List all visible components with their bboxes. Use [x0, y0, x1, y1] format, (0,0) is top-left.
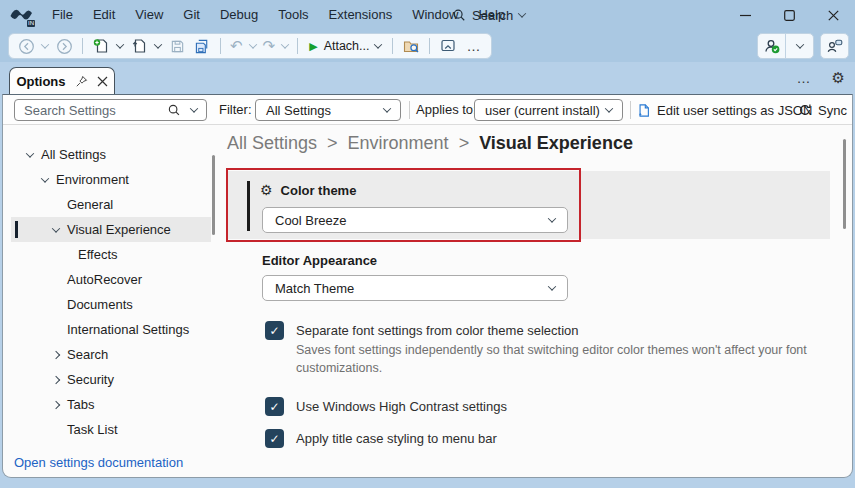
live-share-icon[interactable]	[439, 36, 457, 56]
menu-view[interactable]: View	[125, 0, 173, 30]
sidebar-item-autorecover[interactable]: AutoRecover	[11, 267, 211, 292]
applies-to-dropdown[interactable]: user (current install)	[474, 99, 623, 121]
menu-debug[interactable]: Debug	[210, 0, 268, 30]
chevron-down-icon	[548, 214, 556, 222]
applies-to-value: user (current install)	[485, 103, 600, 118]
settings-bar: Filter: All Settings Applies to: user (c…	[3, 95, 852, 125]
tree-label: Effects	[78, 247, 118, 262]
sidebar-item-documents[interactable]: Documents	[11, 292, 211, 317]
undo-icon[interactable]: ↶	[230, 36, 243, 56]
tab-bar: Options … ⚙	[0, 62, 855, 94]
tree-label: Visual Experience	[67, 222, 171, 237]
editor-appearance-dropdown[interactable]: Match Theme	[262, 275, 568, 301]
color-theme-dropdown[interactable]: Cool Breeze	[262, 207, 568, 233]
breadcrumb-environment[interactable]: Environment	[348, 133, 449, 154]
chevron-down-icon[interactable]	[154, 40, 162, 48]
title-case-checkbox[interactable]: ✓	[265, 429, 284, 448]
tree-label: Tabs	[67, 397, 94, 412]
tree-label: General	[67, 197, 113, 212]
separate-font-settings-checkbox[interactable]: ✓	[265, 321, 284, 340]
chevron-down-icon	[383, 104, 391, 112]
chevron-down-icon	[518, 9, 526, 17]
chevron-down-icon[interactable]	[41, 40, 49, 48]
search-settings-box[interactable]	[14, 99, 207, 121]
edit-json-button[interactable]: Edit user settings as JSON	[637, 95, 812, 125]
titlebar-search[interactable]: Search	[452, 0, 525, 30]
sidebar-item-tabs[interactable]: Tabs	[11, 392, 211, 417]
sidebar-item-international-settings[interactable]: International Settings	[11, 317, 211, 342]
close-tab-icon[interactable]	[97, 76, 108, 87]
title-bar: IN File Edit View Git Debug Tools Extens…	[0, 0, 855, 30]
feedback-button-group	[820, 33, 849, 59]
sidebar-item-visual-experience[interactable]: Visual Experience	[11, 217, 211, 242]
save-icon[interactable]	[168, 36, 186, 56]
sidebar-item-task-list[interactable]: Task List	[11, 417, 211, 442]
save-all-icon[interactable]	[193, 36, 211, 56]
search-in-files-icon[interactable]	[402, 36, 420, 56]
tree-label: Search	[67, 347, 108, 362]
filter-dropdown[interactable]: All Settings	[255, 99, 401, 121]
options-panel: Filter: All Settings Applies to: user (c…	[2, 94, 853, 478]
tree-label: Task List	[67, 422, 118, 437]
close-window-button[interactable]	[811, 0, 855, 30]
sync-button[interactable]: Sync	[798, 95, 847, 125]
title-case-label: Apply title case styling to menu bar	[296, 429, 497, 448]
filter-label: Filter:	[219, 95, 252, 125]
account-icon[interactable]	[758, 34, 785, 58]
minimize-button[interactable]	[723, 0, 767, 30]
attach-button[interactable]: ▶ Attach...	[307, 39, 383, 53]
menu-file[interactable]: File	[42, 0, 83, 30]
tree-label: Documents	[67, 297, 133, 312]
sidebar-item-all-settings[interactable]: All Settings	[11, 142, 211, 167]
titlebar-search-label: Search	[472, 8, 513, 23]
toolbar: ↶ ↷ ▶ Attach... …	[0, 30, 855, 62]
chevron-down-icon[interactable]	[116, 40, 124, 48]
chevron-down-icon	[52, 224, 60, 232]
filter-value: All Settings	[266, 103, 331, 118]
pin-icon[interactable]	[75, 75, 88, 88]
sidebar-item-general[interactable]: General	[11, 192, 211, 217]
tab-overflow-icon[interactable]: …	[795, 70, 814, 86]
tree-label: AutoRecover	[67, 272, 142, 287]
separator	[630, 101, 631, 119]
menu-extensions[interactable]: Extensions	[319, 0, 403, 30]
menu-git[interactable]: Git	[173, 0, 210, 30]
chevron-down-icon	[605, 104, 613, 112]
breadcrumb-all-settings[interactable]: All Settings	[227, 133, 317, 154]
sidebar-item-environment[interactable]: Environment	[11, 167, 211, 192]
separator	[409, 101, 410, 119]
tree-label: International Settings	[67, 322, 189, 337]
new-file-icon[interactable]	[92, 36, 110, 56]
toolbar-overflow-icon[interactable]: …	[464, 38, 483, 54]
tree-label: Security	[67, 372, 114, 387]
sidebar-item-search[interactable]: Search	[11, 342, 211, 367]
redo-icon[interactable]: ↷	[263, 36, 276, 56]
tree-scrollbar[interactable]	[212, 155, 215, 235]
chevron-right-icon	[52, 400, 60, 408]
chevron-down-icon[interactable]	[190, 104, 198, 112]
main-scrollbar[interactable]	[843, 139, 846, 229]
gear-icon[interactable]: ⚙	[832, 69, 845, 87]
send-feedback-icon[interactable]	[821, 34, 848, 58]
applies-to-label: Applies to:	[416, 95, 477, 125]
search-settings-input[interactable]	[15, 103, 167, 118]
chevron-down-icon[interactable]	[281, 40, 289, 48]
sidebar-item-security[interactable]: Security	[11, 367, 211, 392]
chevron-down-icon[interactable]	[248, 40, 256, 48]
sidebar-item-effects[interactable]: Effects	[11, 242, 211, 267]
breadcrumb-separator: >	[327, 133, 338, 154]
options-content: All Settings Environment General Visual …	[3, 125, 852, 478]
separate-font-settings-label: Separate font settings from color theme …	[296, 321, 579, 340]
navigate-back-icon[interactable]	[17, 36, 35, 56]
open-settings-documentation-link[interactable]: Open settings documentation	[14, 455, 183, 470]
navigate-forward-icon[interactable]	[55, 36, 73, 56]
account-dropdown-button[interactable]	[786, 34, 813, 58]
high-contrast-checkbox[interactable]: ✓	[265, 397, 284, 416]
maximize-button[interactable]	[767, 0, 811, 30]
open-file-icon[interactable]	[130, 36, 148, 56]
chevron-right-icon	[52, 375, 60, 383]
toolbar-separator	[297, 38, 298, 54]
menu-tools[interactable]: Tools	[268, 0, 318, 30]
menu-edit[interactable]: Edit	[83, 0, 125, 30]
tab-options[interactable]: Options	[9, 67, 115, 94]
